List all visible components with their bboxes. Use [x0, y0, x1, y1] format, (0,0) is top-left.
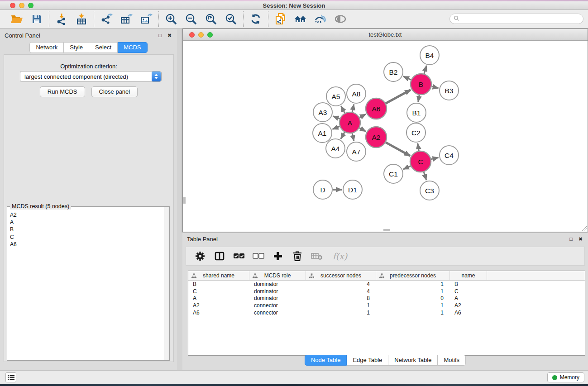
delete-column-icon[interactable]	[292, 250, 303, 262]
graph-edge-B-B4[interactable]	[424, 66, 426, 74]
graph-node-A5[interactable]: A5	[326, 87, 345, 106]
table-row[interactable]: A6connector11A6	[188, 309, 585, 316]
float-panel-icon[interactable]: □	[157, 33, 163, 38]
graph-node-A8[interactable]: A8	[347, 84, 366, 103]
graph-node-C3[interactable]: C3	[420, 181, 439, 200]
vertical-scrollbar-thumb[interactable]	[183, 197, 186, 204]
graph-edge-B-B3[interactable]	[431, 86, 438, 88]
criterion-select[interactable]: largest connected component (directed)	[20, 71, 162, 82]
function-icon[interactable]: f(x)	[330, 250, 349, 262]
duplicate-network-icon[interactable]	[274, 12, 287, 26]
import-network-icon[interactable]	[55, 12, 68, 26]
search-box[interactable]	[449, 14, 583, 24]
mcds-result-item[interactable]: A	[9, 219, 164, 226]
graph-node-A2[interactable]: A2	[366, 127, 387, 148]
settings-icon[interactable]	[194, 250, 206, 262]
graph-node-C[interactable]: C	[410, 151, 431, 172]
network-close-button[interactable]	[189, 32, 195, 38]
close-window-button[interactable]	[10, 3, 15, 8]
zoom-out-icon[interactable]	[184, 12, 198, 26]
graph-node-D[interactable]: D	[313, 180, 332, 199]
graph-node-B4[interactable]: B4	[420, 46, 439, 65]
table-row[interactable]: A2connector11A2	[188, 302, 585, 309]
graph-node-A3[interactable]: A3	[313, 103, 332, 122]
graph-node-A1[interactable]: A1	[313, 124, 332, 143]
export-network-icon[interactable]	[100, 12, 113, 26]
tab-mcds[interactable]: MCDS	[118, 42, 147, 53]
float-table-panel-icon[interactable]: □	[568, 236, 574, 242]
run-mcds-button[interactable]: Run MCDS	[40, 86, 85, 97]
zoom-in-icon[interactable]	[164, 12, 178, 26]
mcds-result-item[interactable]: A6	[9, 241, 164, 248]
tab-network[interactable]: Network	[29, 42, 64, 53]
memory-button[interactable]: Memory	[547, 372, 584, 382]
zoom-window-button[interactable]	[28, 3, 33, 8]
table-row[interactable]: Adominator80A	[188, 295, 585, 302]
graph-edge-A-A2[interactable]	[359, 128, 366, 132]
graph-node-C2[interactable]: C2	[406, 123, 425, 142]
graph-edge-C-C2[interactable]	[418, 143, 419, 151]
graph-node-A6[interactable]: A6	[366, 98, 387, 119]
minimize-window-button[interactable]	[19, 3, 24, 8]
column-header-name[interactable]: name	[450, 271, 487, 280]
graph-edge-B-B1[interactable]	[418, 95, 419, 102]
graph-edge-C-C1[interactable]	[403, 166, 411, 169]
tab-select[interactable]: Select	[89, 42, 118, 53]
save-icon[interactable]	[30, 12, 43, 26]
graph-edge-A-A1[interactable]	[332, 126, 339, 129]
result-scrollbar[interactable]	[164, 207, 169, 360]
zoom-fit-icon[interactable]	[204, 12, 218, 26]
add-column-icon[interactable]	[272, 250, 284, 262]
split-column-icon[interactable]	[214, 250, 225, 262]
graph-edge-A-A5[interactable]	[341, 106, 344, 113]
graph-edge-A2-C[interactable]	[386, 143, 410, 156]
tab-network-table[interactable]: Network Table	[388, 355, 438, 366]
tab-motifs[interactable]: Motifs	[438, 355, 466, 366]
table-row[interactable]: Cdominator41C	[188, 288, 585, 295]
graph-node-B1[interactable]: B1	[407, 103, 426, 122]
graph-edge-C-C4[interactable]	[431, 157, 438, 159]
graph-edge-A6-B[interactable]	[386, 90, 411, 103]
export-table-icon[interactable]	[120, 12, 133, 26]
task-history-button[interactable]	[5, 372, 16, 382]
graph-node-B2[interactable]: B2	[384, 62, 403, 81]
column-header-successor-nodes[interactable]: successor nodes	[306, 271, 376, 280]
graph-node-C4[interactable]: C4	[440, 146, 459, 165]
mcds-result-item[interactable]: C	[9, 234, 164, 241]
graph-edge-A-A4[interactable]	[341, 132, 345, 139]
graph-edge-B-B2[interactable]	[403, 76, 411, 80]
graph-edge-A-A6[interactable]	[359, 114, 366, 117]
column-header-shared-name[interactable]: shared name	[188, 271, 249, 280]
column-header-MCDS-role[interactable]: MCDS role	[249, 271, 306, 280]
graph-edge-C-C3[interactable]	[424, 172, 426, 180]
network-minimize-button[interactable]	[198, 32, 204, 38]
horizontal-scrollbar-thumb[interactable]	[383, 229, 390, 231]
home-icon[interactable]	[294, 12, 307, 26]
open-folder-icon[interactable]	[10, 12, 24, 26]
graph-node-B[interactable]: B	[411, 74, 431, 95]
search-input[interactable]	[462, 16, 579, 22]
graph-node-A7[interactable]: A7	[347, 142, 366, 161]
tab-edge-table[interactable]: Edge Table	[347, 355, 388, 366]
mcds-result-item[interactable]: B	[9, 226, 164, 233]
network-canvas[interactable]: B4B2BB3A5A8A6B1A3AA1C2A2A4A7C4CC1C3DD1	[183, 41, 587, 231]
close-table-panel-icon[interactable]: ✖	[578, 236, 583, 242]
zoom-selected-icon[interactable]	[224, 12, 238, 26]
close-panel-icon[interactable]: ✖	[167, 33, 172, 38]
graph-node-A[interactable]: A	[339, 112, 360, 133]
export-image-icon[interactable]	[139, 12, 153, 26]
graph-node-C1[interactable]: C1	[384, 164, 403, 183]
table-row[interactable]: Bdominator41B	[188, 281, 585, 288]
close-panel-button[interactable]: Close panel	[91, 86, 138, 97]
graph-edge-A-A7[interactable]	[352, 133, 354, 141]
mcds-result-item[interactable]: A2	[9, 211, 164, 219]
refresh-icon[interactable]	[249, 12, 263, 26]
graph-edge-A-A3[interactable]	[333, 116, 339, 119]
select-all-icon[interactable]	[233, 250, 245, 262]
deselect-all-icon[interactable]	[253, 250, 264, 262]
graph-node-B3[interactable]: B3	[440, 81, 459, 100]
resize-grip-icon[interactable]	[581, 225, 587, 231]
graph-node-D1[interactable]: D1	[343, 180, 362, 199]
tab-node-table[interactable]: Node Table	[305, 355, 347, 366]
network-zoom-button[interactable]	[207, 32, 213, 38]
